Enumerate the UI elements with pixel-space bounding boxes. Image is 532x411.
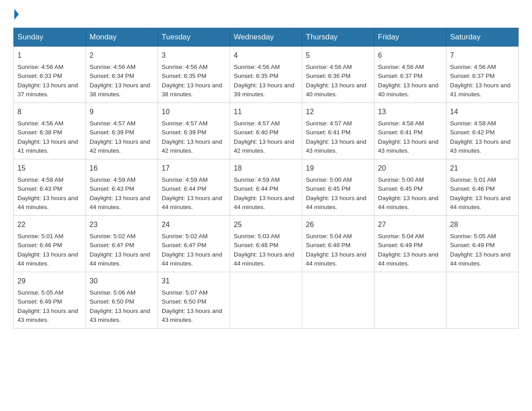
day-number: 28 (450, 219, 515, 230)
calendar-cell: 7Sunrise: 4:56 AMSunset: 6:37 PMDaylight… (446, 47, 519, 103)
day-number: 2 (90, 50, 154, 61)
calendar-cell: 14Sunrise: 4:58 AMSunset: 6:42 PMDayligh… (446, 103, 519, 159)
day-number: 30 (90, 276, 154, 287)
day-number: 9 (90, 107, 154, 117)
calendar-body: 1Sunrise: 4:56 AMSunset: 6:33 PMDaylight… (14, 47, 519, 329)
calendar-cell: 16Sunrise: 4:59 AMSunset: 6:43 PMDayligh… (86, 159, 158, 216)
calendar-cell: 24Sunrise: 5:02 AMSunset: 6:47 PMDayligh… (158, 216, 230, 272)
calendar-cell (230, 272, 302, 329)
day-number: 24 (162, 219, 226, 230)
calendar-header: SundayMondayTuesdayWednesdayThursdayFrid… (14, 28, 519, 47)
day-number: 15 (17, 163, 82, 174)
day-number: 25 (234, 219, 298, 230)
calendar-cell: 20Sunrise: 5:00 AMSunset: 6:45 PMDayligh… (374, 159, 446, 216)
day-number: 3 (162, 50, 226, 61)
calendar-cell: 30Sunrise: 5:06 AMSunset: 6:50 PMDayligh… (86, 272, 158, 329)
calendar-cell: 1Sunrise: 4:56 AMSunset: 6:33 PMDaylight… (14, 47, 86, 103)
day-number: 22 (17, 219, 82, 230)
day-number: 29 (17, 276, 82, 287)
day-number: 21 (450, 163, 515, 174)
calendar-cell (302, 272, 374, 329)
day-number: 12 (306, 107, 370, 117)
day-number: 27 (378, 219, 442, 230)
calendar-cell (446, 272, 519, 329)
day-number: 26 (306, 219, 370, 230)
calendar-cell: 3Sunrise: 4:56 AMSunset: 6:35 PMDaylight… (158, 47, 230, 103)
calendar-cell (374, 272, 446, 329)
day-number: 20 (378, 163, 442, 174)
calendar-cell: 18Sunrise: 4:59 AMSunset: 6:44 PMDayligh… (230, 159, 302, 216)
day-number: 11 (234, 107, 298, 117)
day-header-saturday: Saturday (446, 28, 519, 47)
calendar-cell: 12Sunrise: 4:57 AMSunset: 6:41 PMDayligh… (302, 103, 374, 159)
calendar-week-2: 8Sunrise: 4:56 AMSunset: 6:38 PMDaylight… (14, 103, 519, 159)
day-number: 19 (306, 163, 370, 174)
day-number: 17 (162, 163, 226, 174)
calendar-cell: 9Sunrise: 4:57 AMSunset: 6:39 PMDaylight… (86, 103, 158, 159)
calendar-cell: 27Sunrise: 5:04 AMSunset: 6:49 PMDayligh… (374, 216, 446, 272)
calendar-cell: 11Sunrise: 4:57 AMSunset: 6:40 PMDayligh… (230, 103, 302, 159)
day-number: 23 (90, 219, 154, 230)
calendar-table: SundayMondayTuesdayWednesdayThursdayFrid… (13, 28, 519, 329)
calendar-cell: 25Sunrise: 5:03 AMSunset: 6:48 PMDayligh… (230, 216, 302, 272)
day-header-sunday: Sunday (14, 28, 86, 47)
calendar-cell: 2Sunrise: 4:56 AMSunset: 6:34 PMDaylight… (86, 47, 158, 103)
calendar-cell: 8Sunrise: 4:56 AMSunset: 6:38 PMDaylight… (14, 103, 86, 159)
logo (13, 9, 19, 20)
calendar-week-1: 1Sunrise: 4:56 AMSunset: 6:33 PMDaylight… (14, 47, 519, 103)
page-header (13, 9, 519, 20)
day-number: 5 (306, 50, 370, 61)
day-number: 1 (17, 50, 82, 61)
day-number: 14 (450, 107, 515, 117)
calendar-cell: 5Sunrise: 4:56 AMSunset: 6:36 PMDaylight… (302, 47, 374, 103)
calendar-cell: 4Sunrise: 4:56 AMSunset: 6:35 PMDaylight… (230, 47, 302, 103)
day-header-tuesday: Tuesday (158, 28, 230, 47)
day-number: 8 (17, 107, 82, 117)
calendar-week-3: 15Sunrise: 4:58 AMSunset: 6:43 PMDayligh… (14, 159, 519, 216)
calendar-cell: 21Sunrise: 5:01 AMSunset: 6:46 PMDayligh… (446, 159, 519, 216)
calendar-week-4: 22Sunrise: 5:01 AMSunset: 6:46 PMDayligh… (14, 216, 519, 272)
calendar-cell: 10Sunrise: 4:57 AMSunset: 6:39 PMDayligh… (158, 103, 230, 159)
calendar-cell: 19Sunrise: 5:00 AMSunset: 6:45 PMDayligh… (302, 159, 374, 216)
calendar-cell: 28Sunrise: 5:05 AMSunset: 6:49 PMDayligh… (446, 216, 519, 272)
day-number: 18 (234, 163, 298, 174)
calendar-cell: 29Sunrise: 5:05 AMSunset: 6:49 PMDayligh… (14, 272, 86, 329)
day-header-friday: Friday (374, 28, 446, 47)
day-number: 13 (378, 107, 442, 117)
calendar-week-5: 29Sunrise: 5:05 AMSunset: 6:49 PMDayligh… (14, 272, 519, 329)
day-number: 7 (450, 50, 515, 61)
day-number: 16 (90, 163, 154, 174)
day-header-thursday: Thursday (302, 28, 374, 47)
calendar-cell: 15Sunrise: 4:58 AMSunset: 6:43 PMDayligh… (14, 159, 86, 216)
day-number: 10 (162, 107, 226, 117)
calendar-cell: 26Sunrise: 5:04 AMSunset: 6:48 PMDayligh… (302, 216, 374, 272)
day-number: 6 (378, 50, 442, 61)
day-header-monday: Monday (86, 28, 158, 47)
calendar-cell: 13Sunrise: 4:58 AMSunset: 6:41 PMDayligh… (374, 103, 446, 159)
day-header-wednesday: Wednesday (230, 28, 302, 47)
calendar-cell: 6Sunrise: 4:56 AMSunset: 6:37 PMDaylight… (374, 47, 446, 103)
calendar-cell: 23Sunrise: 5:02 AMSunset: 6:47 PMDayligh… (86, 216, 158, 272)
calendar-cell: 22Sunrise: 5:01 AMSunset: 6:46 PMDayligh… (14, 216, 86, 272)
logo-arrow-icon (14, 9, 19, 20)
calendar-cell: 31Sunrise: 5:07 AMSunset: 6:50 PMDayligh… (158, 272, 230, 329)
day-number: 31 (162, 276, 226, 287)
day-number: 4 (234, 50, 298, 61)
calendar-cell: 17Sunrise: 4:59 AMSunset: 6:44 PMDayligh… (158, 159, 230, 216)
